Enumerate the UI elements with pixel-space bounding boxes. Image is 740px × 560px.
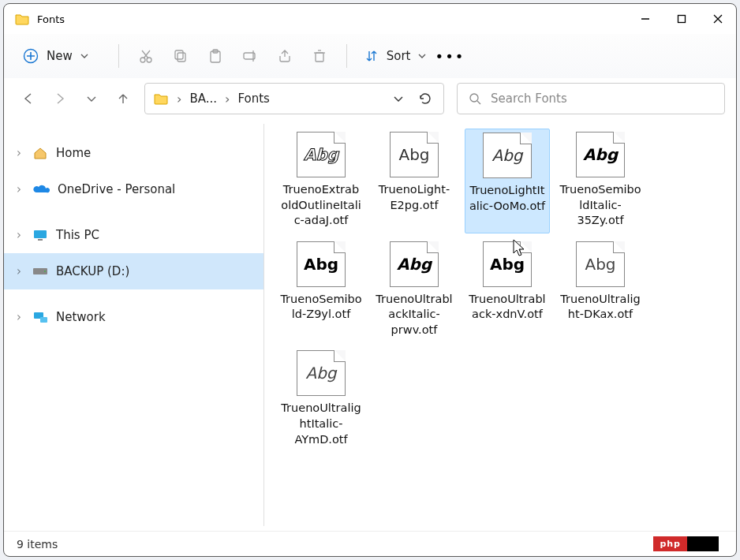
- font-thumbnail: Abg: [576, 132, 625, 177]
- svg-rect-22: [34, 230, 47, 238]
- back-button[interactable]: [20, 90, 37, 107]
- sidebar-item-onedrive[interactable]: › OneDrive - Personal: [4, 171, 263, 207]
- font-sample-glyph: Abg: [397, 255, 432, 274]
- svg-rect-12: [175, 50, 183, 59]
- share-button[interactable]: [267, 40, 302, 72]
- cloud-icon: [32, 184, 50, 195]
- font-thumbnail: Abg: [483, 241, 532, 287]
- svg-line-21: [477, 101, 480, 104]
- file-item[interactable]: AbgTruenoUltralight-DKax.otf: [558, 238, 643, 343]
- font-sample-glyph: Abg: [304, 255, 338, 274]
- sort-button[interactable]: Sort: [357, 44, 435, 68]
- status-text: 9 items: [17, 538, 58, 551]
- toolbar-separator: [346, 44, 347, 68]
- close-button[interactable]: [700, 4, 736, 34]
- copy-button[interactable]: [163, 40, 198, 72]
- sidebar-item-label: BACKUP (D:): [56, 264, 129, 278]
- toolbar: New Sort •••: [4, 34, 736, 78]
- file-grid[interactable]: AbgTruenoExtraboldOutlineItalic-adaJ.otf…: [264, 119, 736, 531]
- new-button[interactable]: New: [13, 43, 98, 69]
- chevron-right-icon: ›: [17, 182, 24, 196]
- window-controls: [627, 4, 736, 34]
- chevron-right-icon: ›: [17, 146, 24, 160]
- font-sample-glyph: Abg: [398, 145, 429, 164]
- chevron-right-icon: ›: [17, 310, 24, 324]
- sidebar-item-label: This PC: [56, 228, 99, 242]
- drive-icon: [32, 267, 48, 276]
- home-icon: [32, 146, 48, 160]
- search-icon: [469, 92, 481, 105]
- search-placeholder: Search Fonts: [491, 91, 567, 106]
- minimize-button[interactable]: [627, 4, 663, 34]
- font-sample-glyph: Abg: [305, 364, 336, 383]
- svg-point-8: [147, 58, 151, 62]
- search-input[interactable]: Search Fonts: [457, 83, 725, 114]
- sidebar: › Home › OneDrive - Personal › This PC ›…: [4, 124, 264, 526]
- breadcrumb-seg-2[interactable]: Fonts: [237, 91, 269, 106]
- svg-rect-1: [678, 16, 686, 23]
- delete-button[interactable]: [302, 40, 337, 72]
- chevron-right-icon[interactable]: ›: [225, 91, 230, 106]
- svg-rect-23: [38, 239, 43, 241]
- chevron-down-icon: [418, 52, 426, 60]
- paste-button[interactable]: [198, 40, 233, 72]
- file-item[interactable]: AbgTruenoUltrablackItalic-prwv.otf: [372, 238, 457, 343]
- network-icon: [32, 311, 48, 323]
- refresh-icon[interactable]: [418, 91, 432, 106]
- watermark-text: php: [653, 536, 687, 551]
- window-title: Fonts: [37, 13, 627, 25]
- svg-point-25: [44, 271, 46, 272]
- svg-point-7: [140, 58, 145, 62]
- file-name: TruenoLight-E2pg.otf: [373, 182, 455, 213]
- file-item[interactable]: AbgTruenoSemiboldItalic-35Zy.otf: [558, 129, 643, 233]
- file-name: TruenoLightItalic-OoMo.otf: [467, 183, 548, 214]
- file-item[interactable]: AbgTruenoSemibold-Z9yl.otf: [278, 238, 364, 343]
- up-button[interactable]: [114, 90, 132, 107]
- file-name: TruenoUltrablackItalic-prwv.otf: [373, 292, 455, 338]
- chevron-right-icon: ›: [17, 228, 24, 242]
- file-name: TruenoSemiboldItalic-35Zy.otf: [559, 182, 641, 229]
- file-item[interactable]: AbgTruenoExtraboldOutlineItalic-adaJ.otf: [278, 129, 364, 233]
- cut-button[interactable]: [129, 40, 163, 72]
- maximize-button[interactable]: [663, 4, 700, 34]
- more-button[interactable]: •••: [434, 48, 465, 65]
- chevron-down-icon[interactable]: [393, 93, 404, 104]
- titlebar: Fonts: [4, 4, 736, 34]
- font-thumbnail: Abg: [297, 132, 346, 177]
- sidebar-item-backup-drive[interactable]: › BACKUP (D:): [4, 253, 263, 289]
- rename-button[interactable]: [233, 40, 267, 72]
- file-item[interactable]: AbgTruenoLightItalic-OoMo.otf: [465, 129, 550, 233]
- font-thumbnail: Abg: [297, 241, 346, 287]
- nav-row: › BA... › Fonts Search Fonts: [4, 78, 736, 119]
- svg-rect-11: [178, 53, 185, 62]
- font-sample-glyph: Abg: [585, 255, 615, 274]
- monitor-icon: [32, 229, 48, 241]
- sidebar-item-label: OneDrive - Personal: [58, 182, 175, 196]
- recent-button[interactable]: [83, 90, 100, 107]
- sidebar-item-this-pc[interactable]: › This PC: [4, 217, 263, 253]
- breadcrumb-seg-1[interactable]: BA...: [189, 91, 217, 106]
- body: › Home › OneDrive - Personal › This PC ›…: [4, 119, 736, 531]
- chevron-right-icon[interactable]: ›: [177, 91, 181, 106]
- file-name: TruenoExtraboldOutlineItalic-adaJ.otf: [280, 182, 362, 229]
- sidebar-item-label: Home: [56, 146, 91, 160]
- font-thumbnail: Abg: [390, 241, 439, 287]
- svg-rect-27: [40, 317, 47, 323]
- font-thumbnail: Abg: [390, 132, 439, 177]
- file-item[interactable]: AbgTruenoUltralightItalic-AYmD.otf: [278, 347, 364, 452]
- address-bar[interactable]: › BA... › Fonts: [144, 83, 444, 114]
- plus-circle-icon: [23, 48, 39, 64]
- watermark-badge: php: [653, 536, 719, 551]
- file-name: TruenoSemibold-Z9yl.otf: [280, 292, 362, 323]
- sort-button-label: Sort: [387, 49, 411, 63]
- sidebar-item-home[interactable]: › Home: [4, 135, 263, 171]
- svg-point-20: [470, 94, 478, 102]
- font-sample-glyph: Abg: [304, 145, 338, 164]
- file-item[interactable]: AbgTruenoLight-E2pg.otf: [372, 129, 457, 233]
- new-button-label: New: [47, 49, 73, 63]
- file-name: TruenoUltralightItalic-AYmD.otf: [280, 401, 362, 447]
- file-item[interactable]: AbgTruenoUltrablack-xdnV.otf: [465, 238, 550, 343]
- sort-icon: [364, 49, 379, 63]
- forward-button[interactable]: [51, 90, 69, 107]
- sidebar-item-network[interactable]: › Network: [4, 299, 263, 335]
